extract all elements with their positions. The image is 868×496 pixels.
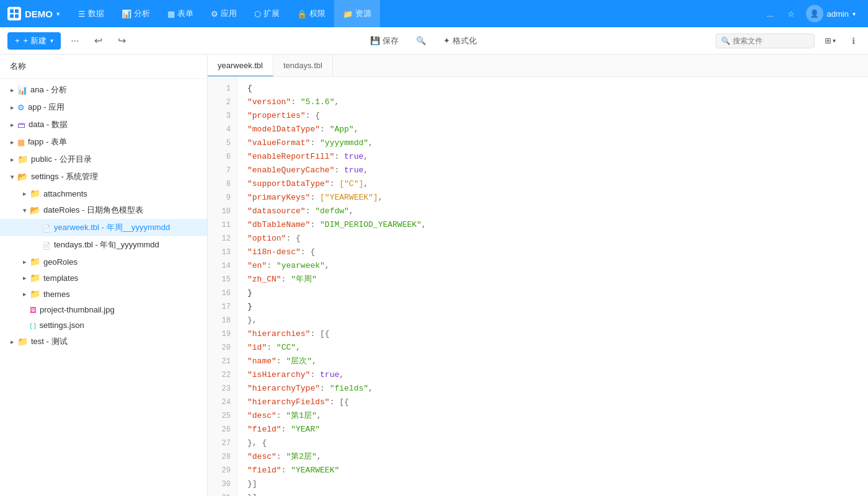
sidebar-item-data[interactable]: ▸🗃data - 数据 <box>0 116 207 133</box>
code-token: "defdw" <box>315 205 349 218</box>
sidebar-item-dateRoles[interactable]: ▾📂dateRoles - 日期角色模型表 <box>0 202 207 219</box>
tree-item-label: app - 应用 <box>28 102 64 113</box>
code-token: "desc" <box>247 409 277 423</box>
code-token: , <box>378 191 383 205</box>
code-token: : <box>267 341 277 355</box>
code-token: "zh_CN" <box>247 273 281 286</box>
code-token: "yyyymmdd" <box>320 136 368 150</box>
code-token: true <box>344 150 363 164</box>
sidebar-item-yearweek[interactable]: 📄yearweek.tbl - 年周__yyyymmdd <box>0 219 207 236</box>
more-options-button[interactable]: ··· <box>66 32 84 50</box>
nav-item-data[interactable]: ☰ 数据 <box>69 0 113 27</box>
code-line: { <box>247 82 868 95</box>
resource-nav-icon: 📁 <box>343 9 353 19</box>
sidebar-item-themes[interactable]: ▸📁themes <box>0 286 207 302</box>
tree-arrow-icon: ▸ <box>7 338 17 346</box>
code-content[interactable]: { "version": "5.1.6", "properties": { "m… <box>237 77 868 496</box>
tree-item-icon: 📁 <box>30 273 40 283</box>
line-number: 27 <box>208 436 237 450</box>
save-icon: 💾 <box>370 36 380 45</box>
code-line: }, <box>247 314 868 327</box>
nav-more-button[interactable]: ... <box>760 9 781 19</box>
nav-item-extend[interactable]: ⬡ 扩展 <box>246 0 288 27</box>
undo-button[interactable]: ↩ <box>89 32 108 50</box>
sidebar-item-project-thumbnail[interactable]: 🖼project-thumbnail.jpg <box>0 302 207 317</box>
redo-button[interactable]: ↪ <box>113 32 131 50</box>
sidebar-item-app[interactable]: ▸⚙app - 应用 <box>0 99 207 116</box>
line-number: 5 <box>208 136 237 150</box>
code-token: "name" <box>247 355 277 368</box>
tree-item-label: project-thumbnail.jpg <box>40 305 115 314</box>
tab-tendays-tbl[interactable]: tendays.tbl <box>273 55 333 77</box>
code-token: , <box>349 205 354 218</box>
favorites-icon[interactable]: ☆ <box>781 9 801 19</box>
code-token: , <box>368 136 373 150</box>
line-number: 7 <box>208 164 237 177</box>
line-number: 31 <box>208 491 237 496</box>
sidebar-item-tendays[interactable]: 📄tendays.tbl - 年旬_yyyymmdd <box>0 236 207 254</box>
nav-item-permission[interactable]: 🔒 权限 <box>288 0 334 27</box>
svg-rect-0 <box>10 9 14 13</box>
nav-item-analysis[interactable]: 📊 分析 <box>113 0 159 27</box>
save-button[interactable]: 💾 保存 <box>364 32 405 50</box>
code-line: "option": { <box>247 232 868 246</box>
sidebar-item-test[interactable]: ▸📁test - 测试 <box>0 333 207 350</box>
code-line: }, { <box>247 436 868 450</box>
search-icon: 🔍 <box>416 36 426 45</box>
search-button[interactable]: 🔍 <box>410 33 432 48</box>
code-line: }], <box>247 491 868 496</box>
tree-item-icon: 📁 <box>30 289 40 299</box>
info-button[interactable]: ℹ <box>846 33 861 48</box>
user-area[interactable]: 👤 admin ▾ <box>801 5 861 22</box>
tab-label: tendays.tbl <box>283 61 322 70</box>
code-line: } <box>247 286 868 300</box>
app-logo[interactable]: DEMO ▾ <box>7 7 69 20</box>
sidebar-item-fapp[interactable]: ▸▦fapp - 表单 <box>0 133 207 151</box>
code-line: "hierarchyType": "fields", <box>247 382 868 396</box>
sidebar-item-ana[interactable]: ▸📊ana - 分析 <box>0 81 207 99</box>
line-number: 23 <box>208 382 237 396</box>
code-token: "field" <box>247 423 281 436</box>
code-token: , <box>363 150 368 164</box>
sidebar-item-public[interactable]: ▸📁public - 公开目录 <box>0 151 207 168</box>
code-line: "dbTableName": "DIM_PERIOD_YEARWEEK", <box>247 218 868 232</box>
line-number: 9 <box>208 191 237 205</box>
code-token: : <box>281 464 291 477</box>
nav-item-app[interactable]: ⚙ 应用 <box>202 0 246 27</box>
analysis-nav-icon: 📊 <box>122 9 131 19</box>
tree-item-icon: 📁 <box>30 257 40 267</box>
code-token: }, <box>247 314 257 327</box>
view-toggle-button[interactable]: ⊞ ▾ <box>820 33 841 48</box>
code-token: : <box>310 136 320 150</box>
code-token: "en" <box>247 259 267 273</box>
file-search-input[interactable] <box>733 37 807 45</box>
code-line: "enableQueryCache": true, <box>247 164 868 177</box>
tree-item-icon: { } <box>30 321 36 330</box>
tree-item-label: themes <box>43 290 70 299</box>
code-token: true <box>344 164 363 177</box>
code-token: "YEAR" <box>291 423 320 436</box>
file-search-box[interactable]: 🔍 <box>715 33 815 48</box>
svg-rect-1 <box>15 9 19 13</box>
new-button[interactable]: + + 新建 ▾ <box>7 32 61 50</box>
nav-item-resource[interactable]: 📁 资源 <box>334 0 380 27</box>
code-token: , <box>422 218 427 232</box>
sidebar-item-settings[interactable]: ▾📂settings - 系统管理 <box>0 168 207 185</box>
sidebar-item-geoRoles[interactable]: ▸📁geoRoles <box>0 254 207 270</box>
nav-item-form[interactable]: ▦ 表单 <box>159 0 202 27</box>
code-token: "datasource" <box>247 205 306 218</box>
code-token: }, { <box>247 436 267 450</box>
line-number: 11 <box>208 218 237 232</box>
new-dropdown-icon: ▾ <box>50 37 53 44</box>
tree-item-icon: 📁 <box>17 154 28 164</box>
code-token: "hierarchyFields" <box>247 396 330 409</box>
code-line: "hierarchyFields": [{ <box>247 396 868 409</box>
code-line: } <box>247 300 868 314</box>
sidebar-item-settings-json[interactable]: { }settings.json <box>0 317 207 333</box>
tree-arrow-icon: ▸ <box>20 290 30 298</box>
sidebar-item-attachments[interactable]: ▸📁attachments <box>0 185 207 202</box>
tree-item-label: data - 数据 <box>29 119 68 130</box>
tab-yearweek-tbl[interactable]: yearweek.tbl <box>208 55 273 77</box>
sidebar-item-templates[interactable]: ▸📁templates <box>0 270 207 286</box>
format-button[interactable]: ✦ 格式化 <box>437 32 483 50</box>
